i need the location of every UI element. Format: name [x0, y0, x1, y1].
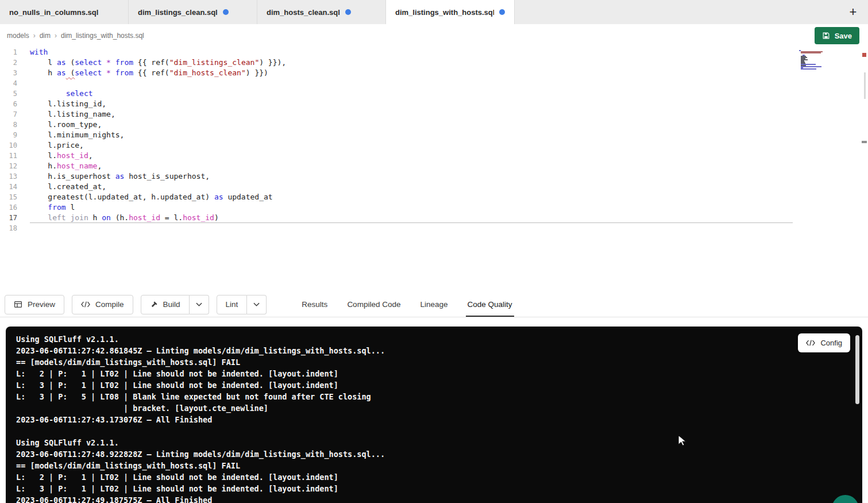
- terminal-line: == [models/dim/dim_listings_with_hosts.s…: [16, 356, 862, 368]
- file-tab-label: dim_listings_clean.sql: [138, 8, 218, 17]
- config-button-label: Config: [820, 339, 842, 347]
- code-line-13[interactable]: 13 h.is_superhost as host_is_superhost,: [0, 171, 868, 182]
- terminal-scrollbar-thumb[interactable]: [855, 335, 859, 404]
- code-icon: [81, 301, 90, 308]
- unsaved-changes-dot: [499, 9, 505, 15]
- editor-minimap[interactable]: [799, 50, 830, 71]
- file-tab[interactable]: dim_listings_clean.sql: [129, 0, 257, 24]
- save-button-label: Save: [835, 32, 852, 40]
- file-tab-label: dim_hosts_clean.sql: [267, 8, 340, 17]
- code-line-12[interactable]: 12 h.host_name,: [0, 161, 868, 171]
- lint-button-group: Lint: [217, 295, 267, 314]
- file-tab-bar: no_nulls_in_columns.sqldim_listings_clea…: [0, 0, 868, 24]
- file-tab[interactable]: no_nulls_in_columns.sql: [0, 0, 129, 24]
- line-number: 10: [0, 140, 17, 151]
- terminal-line: | bracket. [layout.cte_newline]: [16, 402, 862, 414]
- line-number: 13: [0, 171, 17, 182]
- panel-tab-results[interactable]: Results: [292, 292, 337, 317]
- code-text: l.listing_id,: [17, 99, 106, 109]
- code-text: l.room_type,: [17, 120, 102, 130]
- code-line-17[interactable]: 17 left join h on (h.host_id = l.host_id…: [0, 213, 868, 223]
- save-button[interactable]: Save: [815, 27, 859, 44]
- build-dropdown-button[interactable]: [190, 295, 209, 314]
- code-line-11[interactable]: 11 l.host_id,: [0, 151, 868, 161]
- breadcrumb-separator: ›: [55, 32, 57, 40]
- lint-error-marker: [862, 53, 866, 57]
- code-text: greatest(l.updated_at, h.updated_at) as …: [17, 192, 273, 202]
- code-editor[interactable]: 1with2 l as (select * from {{ ref("dim_l…: [0, 47, 868, 292]
- file-tab-label: no_nulls_in_columns.sql: [9, 8, 98, 17]
- breadcrumb-item[interactable]: models: [7, 32, 29, 40]
- code-line-5[interactable]: 5 select: [0, 89, 868, 99]
- scroll-position-marker: [862, 141, 867, 143]
- line-number: 9: [0, 130, 17, 140]
- file-tab[interactable]: dim_hosts_clean.sql: [257, 0, 386, 24]
- terminal-line: 2023-06-06T11:27:48.922828Z — Linting mo…: [16, 448, 862, 460]
- config-button[interactable]: Config: [798, 333, 850, 352]
- code-line-8[interactable]: 8 l.room_type,: [0, 120, 868, 130]
- line-number: 6: [0, 99, 17, 109]
- code-lines: 1with2 l as (select * from {{ ref("dim_l…: [0, 47, 868, 233]
- code-line-7[interactable]: 7 l.listing_name,: [0, 109, 868, 120]
- terminal-line: L: 2 | P: 1 | LT02 | Line should not be …: [16, 471, 862, 483]
- lint-output-terminal[interactable]: Using SQLFluff v2.1.1.2023-06-06T11:27:4…: [6, 327, 862, 503]
- line-number: 16: [0, 202, 17, 213]
- code-text: l as (select * from {{ ref("dim_listings…: [17, 57, 286, 68]
- panel-tab-compiled-code[interactable]: Compiled Code: [337, 292, 410, 317]
- code-line-2[interactable]: 2 l as (select * from {{ ref("dim_listin…: [0, 57, 868, 68]
- code-line-18[interactable]: 18: [0, 223, 868, 233]
- code-line-9[interactable]: 9 l.minimum_nights,: [0, 130, 868, 140]
- editor-scrollbar-thumb[interactable]: [864, 72, 866, 99]
- code-line-16[interactable]: 16 from l: [0, 202, 868, 213]
- code-line-4[interactable]: 4: [0, 78, 868, 89]
- code-text: [17, 223, 30, 233]
- new-tab-button[interactable]: +: [842, 0, 865, 24]
- breadcrumb-item[interactable]: dim_listings_with_hosts.sql: [61, 32, 144, 40]
- breadcrumb: models›dim›dim_listings_with_hosts.sql: [7, 32, 144, 40]
- line-number: 3: [0, 68, 17, 78]
- terminal-output: Using SQLFluff v2.1.1.2023-06-06T11:27:4…: [16, 333, 862, 503]
- code-text: h as (select * from {{ ref("dim_hosts_cl…: [17, 68, 268, 78]
- breadcrumb-item[interactable]: dim: [40, 32, 51, 40]
- terminal-line: 2023-06-06T11:27:49.187575Z — All Finish…: [16, 494, 862, 503]
- code-icon: [806, 340, 815, 346]
- code-text: h.is_superhost as host_is_superhost,: [17, 171, 210, 182]
- breadcrumb-bar: models›dim›dim_listings_with_hosts.sql S…: [0, 24, 868, 47]
- build-icon: [150, 301, 158, 309]
- terminal-line: L: 2 | P: 1 | LT02 | Line should not be …: [16, 368, 862, 379]
- panel-tab-lineage[interactable]: Lineage: [410, 292, 457, 317]
- terminal-line: L: 3 | P: 1 | LT02 | Line should not be …: [16, 483, 862, 494]
- line-number: 18: [0, 223, 17, 233]
- compile-button-group: Compile: [72, 295, 133, 314]
- code-text: left join h on (h.host_id = l.host_id): [17, 213, 219, 223]
- panel-tab-code-quality[interactable]: Code Quality: [458, 292, 522, 317]
- code-line-15[interactable]: 15 greatest(l.updated_at, h.updated_at) …: [0, 192, 868, 202]
- code-line-1[interactable]: 1with: [0, 47, 868, 57]
- unsaved-changes-dot: [223, 9, 229, 15]
- preview-button[interactable]: Preview: [5, 295, 64, 314]
- build-button[interactable]: Build: [141, 295, 190, 314]
- code-line-14[interactable]: 14 l.created_at,: [0, 182, 868, 192]
- line-number: 7: [0, 109, 17, 120]
- code-text: l.listing_name,: [17, 109, 115, 120]
- file-tab[interactable]: dim_listings_with_hosts.sql: [386, 0, 515, 24]
- code-text: h.host_name,: [17, 161, 102, 171]
- unsaved-changes-dot: [345, 9, 351, 15]
- code-text: [17, 78, 30, 89]
- line-number: 5: [0, 89, 17, 99]
- code-text: with: [17, 47, 48, 57]
- terminal-line: 2023-06-06T11:27:42.861845Z — Linting mo…: [16, 345, 862, 356]
- line-number: 4: [0, 78, 17, 89]
- code-line-6[interactable]: 6 l.listing_id,: [0, 99, 868, 109]
- compile-button[interactable]: Compile: [72, 295, 133, 314]
- terminal-line: L: 3 | P: 5 | LT08 | Blank line expected…: [16, 391, 862, 402]
- terminal-line: 2023-06-06T11:27:43.173076Z — All Finish…: [16, 414, 862, 425]
- code-text: l.created_at,: [17, 182, 106, 192]
- line-number: 17: [0, 213, 17, 223]
- line-number: 11: [0, 151, 17, 161]
- code-line-10[interactable]: 10 l.price,: [0, 140, 868, 151]
- code-line-3[interactable]: 3 h as (select * from {{ ref("dim_hosts_…: [0, 68, 868, 78]
- build-button-group: Build: [141, 295, 209, 314]
- lint-dropdown-button[interactable]: [247, 295, 267, 314]
- lint-button[interactable]: Lint: [217, 295, 248, 314]
